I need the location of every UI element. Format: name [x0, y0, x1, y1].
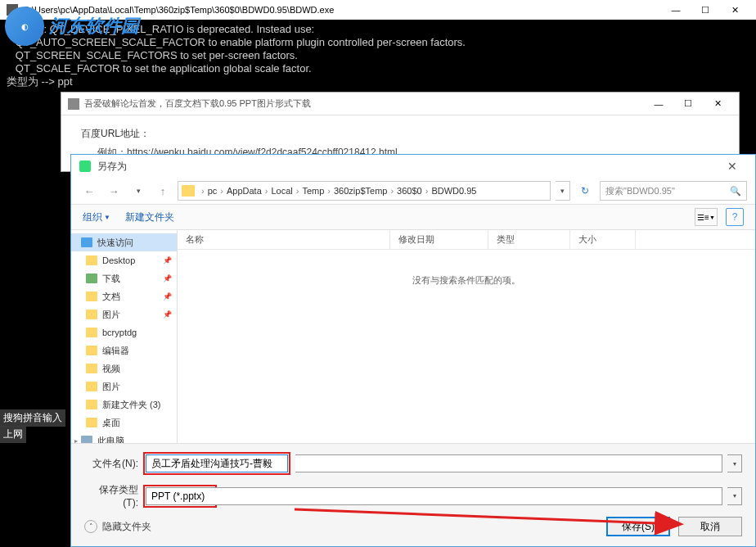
saveas-close-button[interactable]: ✕ [718, 156, 747, 176]
tree-item[interactable]: 文档📌 [71, 287, 177, 305]
ime-indicator: 搜狗拼音输入 [0, 409, 65, 427]
chevron-up-icon: ˄ [84, 520, 97, 533]
nav-forward-button[interactable]: → [104, 181, 124, 201]
tree-item[interactable]: bcryptdg [71, 323, 177, 341]
tree-item[interactable]: 下载📌 [71, 269, 177, 287]
folder-icon [86, 418, 97, 427]
folder-icon [86, 382, 97, 391]
nav-recent-dropdown[interactable]: ▾ [128, 181, 148, 201]
saveas-title-text: 另存为 [97, 160, 127, 174]
tree-item[interactable]: 编辑器 [71, 341, 177, 359]
breadcrumb-seg[interactable]: BDWD0.95 [431, 186, 476, 196]
col-type[interactable]: 类型 [488, 230, 570, 249]
console-close-button[interactable]: ✕ [720, 0, 749, 20]
folder-icon [182, 185, 195, 197]
folder-tree[interactable]: 快速访问Desktop📌下载📌文档📌图片📌bcryptdg编辑器视频图片新建文件… [71, 230, 178, 443]
filename-input[interactable] [146, 454, 288, 472]
tree-item[interactable]: Desktop📌 [71, 251, 177, 269]
network-indicator: 上网 [0, 426, 26, 443]
tree-item-label: 图片 [102, 381, 120, 393]
downloader-titlebar: 吾爱破解论坛首发，百度文档下载0.95 PPT图片形式下载 — ☐ ✕ [61, 93, 739, 115]
tree-item[interactable]: 图片📌 [71, 305, 177, 323]
save-as-dialog: 另存为 ✕ ← → ▾ ↑ › pc› AppData› Local› Temp… [70, 154, 756, 547]
downloader-maximize-button[interactable]: ☐ [673, 94, 703, 114]
pin-icon: 📌 [163, 256, 172, 264]
saveas-title: 另存为 [79, 160, 127, 174]
watermark-globe-icon: ◐ [5, 7, 44, 46]
help-button[interactable]: ? [726, 208, 744, 226]
pin-icon: 📌 [163, 310, 172, 319]
downloader-title-text: 吾爱破解论坛首发，百度文档下载0.95 PPT图片形式下载 [84, 97, 311, 110]
tree-item-label: 此电脑 [97, 435, 124, 444]
bottom-area: 文件名(N): ▾ 保存类型(T): ▾ ˄ 隐藏文件夹 保存(S) 取消 [71, 443, 755, 546]
col-date[interactable]: 修改日期 [390, 230, 488, 249]
col-name[interactable]: 名称 [178, 230, 390, 249]
folder-icon [86, 400, 97, 409]
pin-icon: 📌 [163, 292, 172, 301]
breadcrumb-seg[interactable]: AppData [227, 186, 262, 196]
saveas-titlebar: 另存为 ✕ [71, 155, 755, 178]
folder-icon [86, 346, 97, 355]
tree-item-label: 新建文件夹 (3) [102, 399, 161, 411]
console-maximize-button[interactable]: ☐ [691, 0, 720, 20]
tree-item[interactable]: 桌面 [71, 414, 177, 432]
nav-up-button[interactable]: ↑ [153, 181, 173, 201]
filetype-dropdown[interactable]: ▾ [727, 487, 742, 505]
empty-message: 没有与搜索条件匹配的项。 [178, 250, 755, 443]
star-icon [81, 237, 92, 247]
down-icon [86, 274, 97, 283]
filename-dropdown[interactable]: ▾ [727, 454, 742, 472]
view-mode-button[interactable]: ☰≡ ▼ [695, 208, 718, 226]
tree-item-label: 下载 [102, 273, 120, 285]
main-area: 快速访问Desktop📌下载📌文档📌图片📌bcryptdg编辑器视频图片新建文件… [71, 230, 755, 443]
filename-input-ext[interactable] [295, 454, 722, 472]
breadcrumb-seg[interactable]: 360zip$Temp [334, 186, 387, 196]
breadcrumb[interactable]: › pc› AppData› Local› Temp› 360zip$Temp›… [178, 181, 551, 201]
tree-item-label: Desktop [102, 255, 135, 265]
search-placeholder: 搜索"BDWD0.95" [605, 185, 675, 197]
folder-icon [86, 310, 97, 319]
filetype-select-ext[interactable] [222, 487, 722, 505]
downloader-app-icon [68, 98, 79, 110]
tree-item[interactable]: 视频 [71, 359, 177, 377]
console-minimize-button[interactable]: — [661, 0, 691, 20]
tree-item-label: 文档 [102, 291, 120, 303]
tree-item[interactable]: ▸此电脑 [71, 432, 177, 443]
col-size[interactable]: 大小 [570, 230, 636, 249]
console-window-controls: — ☐ ✕ [661, 0, 749, 20]
nav-row: ← → ▾ ↑ › pc› AppData› Local› Temp› 360z… [71, 178, 755, 204]
list-header: 名称 修改日期 类型 大小 [178, 230, 755, 250]
watermark-text: 河东软件园 [49, 14, 139, 38]
file-list-panel: 名称 修改日期 类型 大小 没有与搜索条件匹配的项。 [178, 230, 755, 443]
watermark-logo: ◐ 河东软件园 [5, 7, 139, 46]
toolbar: 组织 ▼ 新建文件夹 ☰≡ ▼ ? [71, 204, 755, 230]
cancel-button[interactable]: 取消 [678, 517, 742, 536]
tree-item-label: 视频 [102, 363, 120, 375]
search-input[interactable]: 搜索"BDWD0.95" 🔍 [600, 181, 747, 201]
breadcrumb-seg[interactable]: 360$0 [397, 186, 422, 196]
breadcrumb-seg[interactable]: Temp [302, 186, 324, 196]
downloader-close-button[interactable]: ✕ [703, 94, 732, 114]
tree-item-label: 编辑器 [102, 345, 129, 357]
tree-item[interactable]: 图片 [71, 377, 177, 396]
refresh-button[interactable]: ↻ [575, 181, 595, 201]
nav-back-button[interactable]: ← [79, 181, 99, 201]
breadcrumb-seg[interactable]: Local [271, 186, 292, 196]
downloader-minimize-button[interactable]: — [644, 94, 673, 114]
downloader-window-controls: — ☐ ✕ [644, 94, 732, 114]
folder-icon [86, 328, 97, 337]
downloader-title: 吾爱破解论坛首发，百度文档下载0.95 PPT图片形式下载 [68, 97, 311, 110]
tree-item[interactable]: 快速访问 [71, 233, 177, 251]
tree-item-label: bcryptdg [102, 328, 137, 337]
organize-button[interactable]: 组织 ▼ [83, 210, 110, 224]
filename-label: 文件名(N): [84, 457, 138, 471]
folder-icon [86, 292, 97, 301]
pin-icon: 📌 [163, 274, 172, 283]
breadcrumb-dropdown[interactable]: ▾ [556, 181, 570, 201]
save-button[interactable]: 保存(S) [606, 517, 670, 536]
tree-item-label: 桌面 [102, 417, 120, 429]
new-folder-button[interactable]: 新建文件夹 [125, 210, 174, 224]
hide-folders-toggle[interactable]: ˄ 隐藏文件夹 [84, 520, 151, 534]
breadcrumb-seg[interactable]: pc [208, 186, 218, 196]
tree-item[interactable]: 新建文件夹 (3) [71, 396, 177, 414]
